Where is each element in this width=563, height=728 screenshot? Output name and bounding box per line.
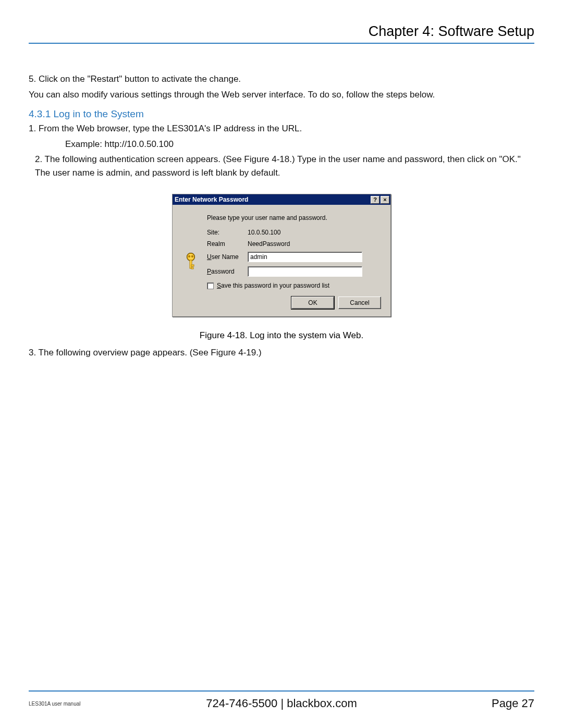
step-1: 1. From the Web browser, type the LES301…: [29, 122, 534, 135]
page-footer: LES301A user manual 724-746-5500 | black…: [29, 690, 534, 710]
realm-label: Realm: [207, 240, 248, 248]
key-icon: [182, 252, 204, 271]
example-url: Example: http://10.0.50.100: [29, 138, 534, 151]
step-3: 3. The following overview page appears. …: [29, 346, 534, 360]
close-icon[interactable]: ×: [381, 196, 389, 204]
paragraph-modify: You can also modify various settings thr…: [29, 88, 534, 102]
svg-rect-5: [191, 265, 194, 266]
figure-container: Enter Network Password ? ×: [29, 194, 534, 341]
cancel-button[interactable]: Cancel: [338, 297, 381, 309]
figure-caption: Figure 4-18. Log into the system via Web…: [29, 330, 534, 341]
dialog-instruction: Please type your user name and password.: [207, 214, 381, 221]
username-label: User Name: [207, 253, 248, 261]
section-heading: 4.3.1 Log in to the System: [29, 108, 534, 120]
site-value: 10.0.50.100: [248, 229, 280, 236]
site-label: Site:: [207, 229, 248, 236]
step-2: 2. The following authentication screen a…: [29, 153, 534, 179]
realm-value: NeedPassword: [248, 240, 290, 248]
username-input[interactable]: [248, 252, 362, 262]
dialog-title: Enter Network Password: [175, 196, 370, 203]
help-icon[interactable]: ?: [371, 196, 380, 204]
ok-button[interactable]: OK: [291, 297, 334, 309]
auth-dialog: Enter Network Password ? ×: [172, 194, 391, 317]
password-label: Password: [207, 268, 248, 275]
footer-manual-name: LES301A user manual: [29, 701, 155, 707]
dialog-body: Please type your user name and password.…: [173, 205, 390, 316]
svg-rect-6: [191, 267, 193, 269]
footer-page-number: Page 27: [408, 697, 535, 710]
svg-point-3: [191, 255, 193, 257]
manual-page: Chapter 4: Software Setup 5. Click on th…: [0, 0, 563, 728]
save-password-label: Save this password in your password list: [217, 282, 329, 289]
save-password-checkbox[interactable]: [207, 282, 214, 289]
step-5: 5. Click on the "Restart" button to acti…: [29, 72, 534, 86]
svg-point-2: [188, 255, 190, 257]
dialog-titlebar: Enter Network Password ? ×: [173, 194, 390, 205]
password-input[interactable]: [248, 266, 362, 277]
footer-contact: 724-746-5500 | blackbox.com: [155, 697, 408, 710]
chapter-title: Chapter 4: Software Setup: [29, 23, 534, 44]
